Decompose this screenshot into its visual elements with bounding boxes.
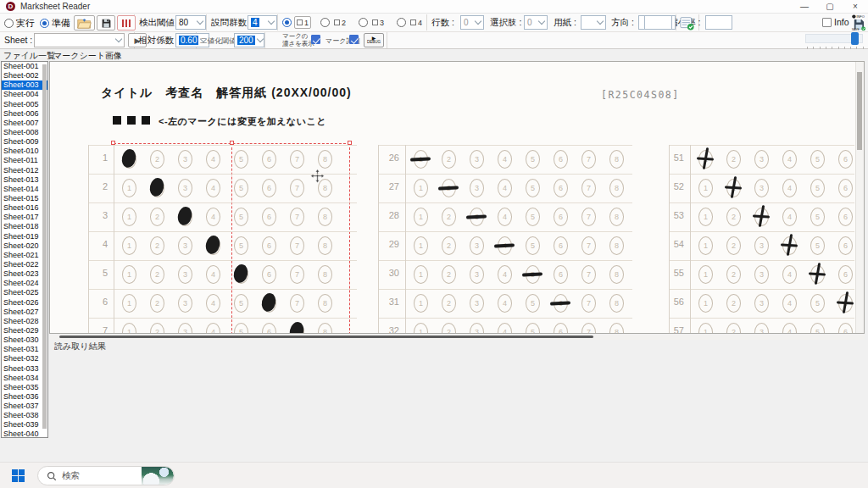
reduction-select[interactable] bbox=[644, 15, 672, 30]
file-list-item[interactable]: Sheet-014 bbox=[2, 185, 47, 194]
file-list-item[interactable]: Sheet-032 bbox=[2, 354, 47, 363]
row-count-select[interactable]: 0 bbox=[460, 15, 484, 30]
info-save-button[interactable]: INFOSAVE bbox=[851, 14, 866, 32]
mark-darkness-checkbox[interactable] bbox=[311, 35, 320, 44]
prepare-radio[interactable]: 準備 bbox=[40, 17, 70, 30]
file-list-item[interactable]: Sheet-024 bbox=[2, 279, 47, 288]
file-list-item[interactable]: Sheet-027 bbox=[2, 308, 47, 317]
grid-line bbox=[669, 174, 854, 175]
tab-marksheet-image[interactable]: マークシート画像 bbox=[53, 50, 122, 62]
answer-bubble: 1 bbox=[414, 294, 428, 313]
answer-bubble: 7 bbox=[581, 150, 596, 169]
file-list-item[interactable]: Sheet-021 bbox=[2, 251, 47, 260]
file-list-item[interactable]: Sheet-026 bbox=[2, 298, 47, 308]
paper-select[interactable] bbox=[581, 15, 606, 30]
answer-bubble: 1 bbox=[698, 236, 713, 255]
file-list-item[interactable]: Sheet-015 bbox=[2, 194, 47, 203]
file-list-item[interactable]: Sheet-034 bbox=[2, 374, 47, 383]
file-list-item[interactable]: Sheet-004 bbox=[2, 90, 47, 99]
group-2-button[interactable]: 2 bbox=[332, 16, 348, 29]
file-list-item[interactable]: Sheet-012 bbox=[2, 166, 47, 175]
row-number: 29 bbox=[378, 239, 399, 249]
file-list-item[interactable]: Sheet-023 bbox=[2, 269, 47, 279]
search-input[interactable]: 検索 bbox=[37, 466, 175, 485]
file-list-item[interactable]: Sheet-017 bbox=[2, 213, 47, 222]
file-list-item[interactable]: Sheet-040 bbox=[2, 430, 47, 438]
file-list-item[interactable]: Sheet-033 bbox=[2, 364, 47, 374]
group-4-button[interactable]: 4 bbox=[409, 16, 424, 29]
group-1-radio[interactable] bbox=[282, 18, 292, 27]
group-3-button[interactable]: 3 bbox=[370, 16, 386, 29]
run-radio[interactable]: 実行 bbox=[4, 17, 35, 30]
info-checkbox[interactable]: Info bbox=[822, 17, 849, 27]
row-number: 4 bbox=[88, 239, 108, 249]
mark-identify-checkbox[interactable] bbox=[349, 35, 359, 44]
file-list-item[interactable]: Sheet-025 bbox=[2, 288, 47, 297]
sheet-select[interactable] bbox=[34, 33, 125, 47]
choices-select[interactable]: 0 bbox=[524, 15, 548, 30]
prepare-radio-circle[interactable] bbox=[40, 19, 49, 28]
file-list-item[interactable]: Sheet-010 bbox=[2, 147, 47, 156]
checkbox-checked-icon[interactable] bbox=[311, 35, 320, 44]
checkbox-icon[interactable] bbox=[822, 18, 832, 27]
file-list-item[interactable]: Sheet-035 bbox=[2, 383, 47, 392]
vertical-scrollbar-thumb[interactable] bbox=[857, 72, 862, 150]
horizontal-scrollbar-thumb[interactable] bbox=[59, 336, 593, 338]
file-list-item[interactable]: Sheet-028 bbox=[2, 317, 47, 326]
file-list-item[interactable]: Sheet-013 bbox=[2, 175, 47, 185]
question-groups-select[interactable]: 4 bbox=[248, 15, 277, 30]
search-highlight-image[interactable] bbox=[142, 467, 174, 485]
file-list-item[interactable]: Sheet-039 bbox=[2, 420, 47, 430]
file-list-item[interactable]: Sheet-020 bbox=[2, 241, 47, 251]
group-2-radio[interactable] bbox=[320, 18, 330, 27]
file-list-item[interactable]: Sheet-038 bbox=[2, 411, 47, 420]
group-1-button[interactable]: 1 bbox=[294, 16, 311, 29]
zoom-slider-thumb[interactable] bbox=[851, 32, 859, 45]
start-button[interactable] bbox=[12, 469, 25, 482]
file-list-item[interactable]: Sheet-009 bbox=[2, 137, 47, 147]
answer-bubble: 7 bbox=[290, 265, 304, 284]
group-3-radio[interactable] bbox=[359, 18, 368, 27]
close-button[interactable]: × bbox=[843, 0, 868, 13]
debug-button[interactable]: ▶DEBUG bbox=[364, 33, 384, 47]
file-list-item[interactable]: Sheet-007 bbox=[2, 119, 47, 128]
file-list-item[interactable]: Sheet-005 bbox=[2, 100, 47, 109]
file-list-item[interactable]: Sheet-016 bbox=[2, 203, 47, 213]
file-list-scrollbar[interactable] bbox=[42, 64, 47, 429]
save-button[interactable] bbox=[97, 15, 115, 30]
file-list-item[interactable]: Sheet-019 bbox=[2, 232, 47, 241]
answer-bubble: 1 bbox=[122, 208, 136, 226]
detect-threshold-select[interactable]: 80 bbox=[175, 15, 206, 30]
row-number: 55 bbox=[669, 268, 684, 278]
reduction-select[interactable] bbox=[705, 15, 732, 30]
tab-file-list[interactable]: ファイル一覧 bbox=[3, 50, 55, 62]
group-4-radio[interactable] bbox=[397, 18, 406, 27]
answer-bubble: 1 bbox=[414, 208, 428, 226]
file-list-item[interactable]: Sheet-018 bbox=[2, 222, 47, 231]
file-list-item[interactable]: Sheet-008 bbox=[2, 128, 47, 137]
file-list-item[interactable]: Sheet-031 bbox=[2, 345, 47, 354]
file-list-item[interactable]: Sheet-011 bbox=[2, 156, 47, 165]
sheet-image[interactable]: タイトル 考査名 解答用紙 (20XX/00/00) [R25C04S08] <… bbox=[49, 61, 865, 334]
file-list-item[interactable]: Sheet-003 bbox=[2, 80, 47, 90]
open-folder-button[interactable] bbox=[74, 15, 95, 30]
file-list-item[interactable]: Sheet-029 bbox=[2, 326, 47, 336]
run-radio-circle[interactable] bbox=[4, 19, 14, 28]
maximize-button[interactable]: ▢ bbox=[817, 0, 843, 13]
binarize-select[interactable]: 200 bbox=[234, 33, 264, 47]
answer-bubble: 1 bbox=[122, 179, 136, 197]
checkbox-checked-icon[interactable] bbox=[349, 35, 359, 44]
file-list-item[interactable]: Sheet-022 bbox=[2, 260, 47, 269]
file-list-item[interactable]: Sheet-030 bbox=[2, 336, 47, 345]
file-list-item[interactable]: Sheet-006 bbox=[2, 109, 47, 119]
file-list-item[interactable]: Sheet-002 bbox=[2, 71, 47, 80]
answer-bubble: 2 bbox=[150, 150, 164, 169]
vertical-scrollbar[interactable] bbox=[855, 62, 864, 334]
file-list-item[interactable]: Sheet-037 bbox=[2, 402, 47, 411]
file-list-item[interactable]: Sheet-036 bbox=[2, 392, 47, 402]
minimize-button[interactable]: — bbox=[792, 0, 817, 13]
file-list-item[interactable]: Sheet-001 bbox=[2, 62, 47, 71]
file-list[interactable]: Sheet-001Sheet-002Sheet-003Sheet-004Shee… bbox=[1, 61, 48, 438]
bars-button[interactable] bbox=[117, 15, 136, 30]
form-check-button[interactable] bbox=[678, 15, 696, 30]
